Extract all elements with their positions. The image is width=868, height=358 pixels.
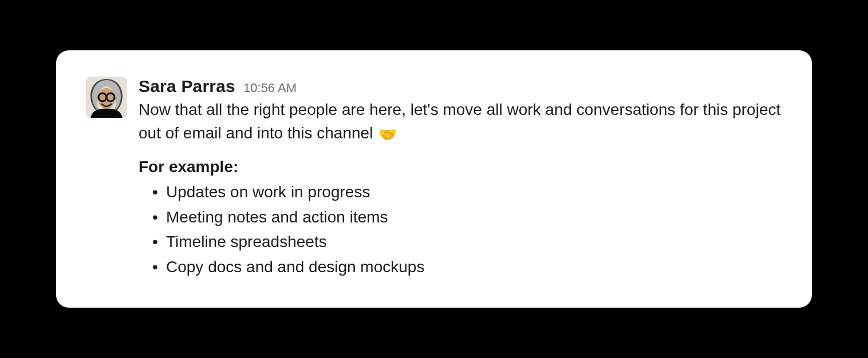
avatar-image-icon <box>86 77 127 118</box>
example-heading: For example: <box>139 158 782 176</box>
example-list: Updates on work in progress Meeting note… <box>139 180 782 279</box>
list-item: Copy docs and and design mockups <box>166 254 782 279</box>
list-item: Meeting notes and action items <box>166 205 782 229</box>
message-body: Now that all the right people are here, … <box>139 98 782 145</box>
list-item: Updates on work in progress <box>166 180 782 204</box>
author-name[interactable]: Sara Parras <box>139 77 235 96</box>
list-item: Timeline spreadsheets <box>166 229 782 254</box>
stage: Sara Parras 10:56 AM Now that all the ri… <box>0 0 868 358</box>
message-header: Sara Parras 10:56 AM <box>139 77 782 96</box>
slack-message: Sara Parras 10:56 AM Now that all the ri… <box>86 77 782 279</box>
message-body-text: Now that all the right people are here, … <box>139 101 780 142</box>
avatar[interactable] <box>86 77 127 118</box>
handshake-emoji-icon: 🤝 <box>378 124 397 146</box>
message-timestamp[interactable]: 10:56 AM <box>243 81 297 96</box>
message-content: Sara Parras 10:56 AM Now that all the ri… <box>139 77 782 279</box>
message-card: Sara Parras 10:56 AM Now that all the ri… <box>56 50 812 308</box>
